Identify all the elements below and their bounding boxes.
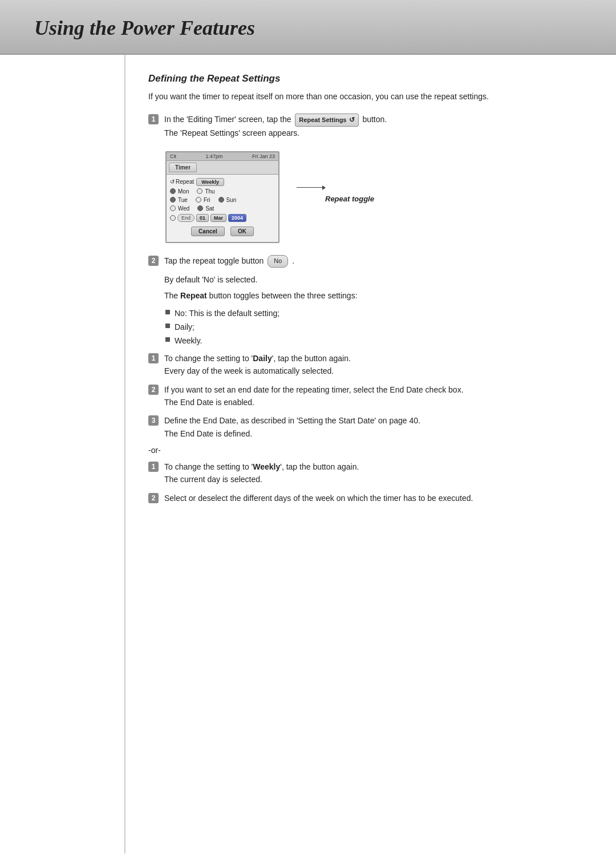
bullet-item-3: Weekly. — [165, 334, 582, 347]
sub-step-weekly-1-text: To change the setting to 'Weekly', tap t… — [164, 460, 359, 486]
sub-step-weekly-2-badge: 2 — [148, 493, 159, 503]
date-year[interactable]: 2004 — [228, 214, 246, 222]
sub-step-define-enddate-text: Define the End Date, as described in 'Se… — [164, 414, 420, 440]
sub1-subtext: Every day of the week is automatically s… — [164, 366, 334, 375]
step-2-text-main: Tap the repeat toggle button — [164, 256, 264, 265]
step-2-badge: 2 — [148, 256, 159, 266]
step-2-subtext1: By default 'No' is selected. — [164, 273, 582, 286]
content-body: Defining the Repeat Settings If you want… — [125, 55, 616, 854]
page-header: Using the Power Features — [0, 0, 616, 55]
bullet-3-icon — [165, 337, 170, 342]
day-row-1: Mon Thu — [170, 188, 275, 195]
step-2-text: Tap the repeat toggle button No . — [164, 254, 294, 268]
weekly-bold: Weekly — [253, 462, 280, 471]
bullet-list: No: This is the default setting; Daily; … — [165, 307, 582, 347]
repeat-label: ↺ Repeat — [170, 179, 194, 185]
repeat-icon: ↺ — [170, 179, 175, 185]
end-radio[interactable] — [170, 215, 176, 221]
fri-radio[interactable] — [196, 197, 201, 203]
sub-weekly1-subtext: The current day is selected. — [164, 475, 262, 484]
step-2-subtext2-rest: button toggles between the three setting… — [207, 291, 358, 300]
end-label[interactable]: End — [177, 214, 194, 222]
tue-radio[interactable] — [170, 197, 176, 203]
wed-label: Wed — [178, 205, 189, 212]
repeat-bold: Repeat — [180, 291, 207, 300]
step-2-row: 2 Tap the repeat toggle button No . — [148, 254, 582, 268]
step-1-text-before: In the 'Editing Timer' screen, tap the — [164, 115, 291, 124]
daily-bold: Daily — [253, 354, 271, 363]
sub2-subtext: The End Date is enabled. — [164, 398, 254, 407]
day-row-2: Tue Fri Sun — [170, 197, 275, 203]
repeat-toggle-arrow — [297, 187, 325, 188]
intro-text: If you want the timer to repeat itself o… — [148, 90, 582, 103]
status-center: 1:47pm — [205, 153, 222, 159]
repeat-settings-button[interactable]: Repeat Settings ↺ — [295, 114, 358, 127]
sub-step-define-enddate: 3 Define the End Date, as described in '… — [148, 414, 582, 440]
tue-label: Tue — [178, 197, 188, 203]
bullet-item-2: Daily; — [165, 321, 582, 333]
step-2-subtext2: The Repeat button toggles between the th… — [164, 289, 582, 302]
sat-label: Sat — [205, 205, 214, 212]
mon-radio[interactable] — [170, 188, 176, 194]
repeat-row: ↺ Repeat Weekly — [170, 178, 275, 186]
device-screenshot: Cit 1:47pm Fri Jan 23 Timer ↺ Repeat — [165, 151, 582, 243]
repeat-toggle-btn[interactable]: Weekly — [196, 178, 224, 186]
sub-step-daily-1: 1 To change the setting to 'Daily', tap … — [148, 352, 582, 378]
device-screen: Cit 1:47pm Fri Jan 23 Timer ↺ Repeat — [165, 151, 279, 243]
no-toggle-button[interactable]: No — [268, 255, 288, 268]
repeat-toggle-container: Repeat toggle — [297, 172, 374, 203]
thu-label: Thu — [205, 188, 214, 195]
end-date-row: End 01 Mar 2004 — [170, 214, 275, 222]
date-month[interactable]: Mar — [210, 214, 226, 222]
screen-tab-bar: Timer — [167, 161, 278, 175]
cancel-button[interactable]: Cancel — [191, 227, 225, 236]
sun-label: Sun — [226, 197, 237, 203]
date-day[interactable]: 01 — [196, 214, 209, 222]
repeat-settings-icon: ↺ — [349, 115, 355, 126]
sat-radio[interactable] — [197, 205, 203, 211]
status-right: Fri Jan 23 — [252, 153, 275, 159]
bullet-item-1: No: This is the default setting; — [165, 307, 582, 320]
sub-step-weekly-2-text: Select or deselect the different days of… — [164, 492, 473, 504]
sub-step-daily-1-badge: 1 — [148, 353, 159, 363]
day-row-3: Wed Sat — [170, 205, 275, 212]
fri-label: Fri — [204, 197, 210, 203]
timer-tab[interactable]: Timer — [169, 163, 197, 172]
sub-step-weekly-2: 2 Select or deselect the different days … — [148, 492, 582, 504]
thu-radio[interactable] — [197, 188, 202, 194]
repeat-toggle-label: Repeat toggle — [325, 172, 374, 203]
mon-label: Mon — [178, 188, 189, 195]
sub-step-enddate: 2 If you want to set an end date for the… — [148, 383, 582, 409]
bullet-2-icon — [165, 324, 170, 328]
status-left: Cit — [170, 153, 176, 159]
page-content: Defining the Repeat Settings If you want… — [0, 55, 616, 854]
sub-step-enddate-text: If you want to set an end date for the r… — [164, 383, 464, 409]
bullet-1-icon — [165, 310, 170, 314]
screen-status-bar: Cit 1:47pm Fri Jan 23 — [167, 152, 278, 161]
step-1-text: In the 'Editing Timer' screen, tap the R… — [164, 113, 387, 139]
step-1-badge: 1 — [148, 114, 159, 124]
step-1-row: 1 In the 'Editing Timer' screen, tap the… — [148, 113, 582, 139]
sub-step-enddate-badge: 2 — [148, 385, 159, 395]
wed-radio[interactable] — [170, 205, 176, 211]
step-1-text-after: button. — [362, 115, 387, 124]
screen-bottom-btns: Cancel OK — [170, 224, 275, 238]
sub-step-define-enddate-badge: 3 — [148, 415, 159, 426]
sub-step-weekly-1-badge: 1 — [148, 462, 159, 472]
screen-body: ↺ Repeat Weekly Mon Thu — [167, 175, 278, 242]
page-title: Using the Power Features — [34, 17, 255, 39]
step-1-subtext: The 'Repeat Settings' screen appears. — [164, 128, 299, 138]
or-text: -or- — [148, 446, 582, 455]
left-margin — [0, 55, 125, 854]
sun-radio[interactable] — [218, 197, 224, 203]
sub-step-weekly-1: 1 To change the setting to 'Weekly', tap… — [148, 460, 582, 486]
section-title: Defining the Repeat Settings — [148, 73, 582, 84]
sub3-subtext: The End Date is defined. — [164, 429, 252, 438]
ok-button[interactable]: OK — [230, 227, 254, 236]
sub-step-daily-1-text: To change the setting to 'Daily', tap th… — [164, 352, 351, 378]
